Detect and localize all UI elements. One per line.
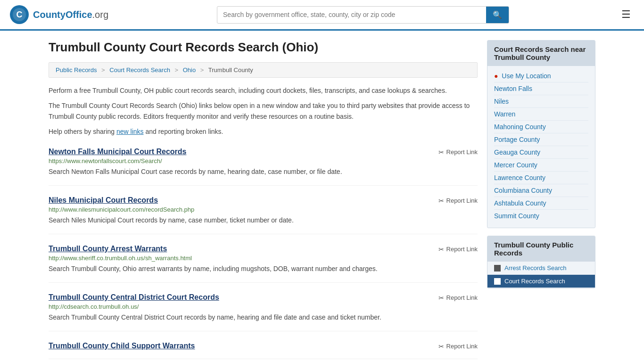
desc-para3-prefix: Help others by sharing: [49, 128, 116, 135]
search-area: 🔍: [217, 6, 509, 24]
report-label: Report Link: [446, 246, 478, 253]
report-label: Report Link: [446, 343, 478, 350]
page-title: Trumbull County Court Records Search (Oh…: [49, 40, 478, 55]
record-entry: Niles Municipal Court Records ✂ Report L…: [49, 196, 478, 234]
record-desc-0: Search Newton Falls Municipal Court case…: [49, 167, 478, 177]
report-label: Report Link: [446, 197, 478, 204]
record-title-4[interactable]: Trumbull County Child Support Warrants: [49, 342, 195, 350]
record-url-2[interactable]: http://www.sheriff.co.trumbull.oh.us/sh_…: [49, 255, 478, 262]
scissors-icon: ✂: [438, 343, 444, 350]
record-url-0[interactable]: https://www.newtonfallscourt.com/Search/: [49, 157, 478, 165]
breadcrumb-ohio[interactable]: Ohio: [183, 66, 196, 74]
breadcrumb-public-records[interactable]: Public Records: [56, 66, 97, 74]
record-desc-2: Search Trumbull County, Ohio arrest warr…: [49, 264, 478, 274]
nearby-link-4[interactable]: Portage County: [494, 133, 588, 146]
menu-button[interactable]: ☰: [618, 7, 635, 23]
logo-icon: C: [9, 5, 29, 25]
record-desc-1: Search Niles Municipal Court records by …: [49, 215, 478, 225]
report-link-3[interactable]: ✂ Report Link: [438, 294, 478, 302]
record-title-row: Trumbull County Central District Court R…: [49, 293, 478, 302]
use-my-location[interactable]: ● Use My Location: [494, 70, 588, 82]
record-title-3[interactable]: Trumbull County Central District Court R…: [49, 293, 219, 302]
public-item-0[interactable]: Arrest Records Search: [487, 262, 595, 275]
public-item-icon-1: [494, 278, 501, 285]
scissors-icon: ✂: [438, 148, 444, 156]
site-header: C CountyOffice.org 🔍 ☰: [0, 0, 644, 31]
description-para1: Perform a free Trumbull County, OH publi…: [49, 85, 478, 96]
nearby-link-1[interactable]: Niles: [494, 95, 588, 108]
record-title-row: Trumbull County Child Support Warrants ✂…: [49, 342, 478, 350]
nearby-link-8[interactable]: Columbiana County: [494, 184, 588, 197]
record-title-row: Niles Municipal Court Records ✂ Report L…: [49, 196, 478, 205]
nearby-link-9[interactable]: Ashtabula County: [494, 197, 588, 210]
nearby-content: ● Use My Location Newton FallsNilesWarre…: [487, 66, 595, 228]
scissors-icon: ✂: [438, 246, 444, 253]
record-title-2[interactable]: Trumbull County Arrest Warrants: [49, 245, 167, 253]
desc-para3-suffix: and reporting broken links.: [144, 128, 223, 135]
nearby-links: Newton FallsNilesWarrenMahoning CountyPo…: [494, 82, 588, 222]
public-item-1[interactable]: Court Records Search: [487, 275, 595, 288]
record-entry: Trumbull County Child Support Warrants ✂…: [49, 342, 478, 359]
record-entry: Newton Falls Municipal Court Records ✂ R…: [49, 148, 478, 186]
record-title-1[interactable]: Niles Municipal Court Records: [49, 196, 158, 205]
report-link-2[interactable]: ✂ Report Link: [438, 246, 478, 253]
logo-text: CountyOffice.org: [33, 9, 108, 20]
nearby-link-2[interactable]: Warren: [494, 108, 588, 121]
report-label: Report Link: [446, 148, 478, 156]
nearby-link-0[interactable]: Newton Falls: [494, 82, 588, 95]
use-my-location-label: Use My Location: [502, 72, 551, 80]
description-para2: The Trumbull County Court Records Search…: [49, 100, 478, 122]
nearby-link-10[interactable]: Summit County: [494, 210, 588, 222]
breadcrumb: Public Records > Court Records Search > …: [49, 62, 478, 78]
record-title-row: Trumbull County Arrest Warrants ✂ Report…: [49, 245, 478, 253]
record-desc-3: Search Trumbull County Central District …: [49, 313, 478, 322]
public-item-label-0: Arrest Records Search: [504, 264, 567, 272]
nearby-title: Court Records Search near Trumbull Count…: [487, 41, 595, 66]
nearby-box: Court Records Search near Trumbull Count…: [487, 40, 595, 228]
svg-rect-3: [494, 265, 501, 272]
public-items: Arrest Records Search Court Records Sear…: [487, 262, 595, 288]
sidebar: Court Records Search near Trumbull Count…: [487, 40, 595, 359]
public-records-box: Trumbull County Public Records Arrest Re…: [487, 236, 595, 288]
nearby-link-7[interactable]: Lawrence County: [494, 172, 588, 184]
main-container: Trumbull County Court Records Search (Oh…: [39, 31, 605, 362]
nearby-link-6[interactable]: Mercer County: [494, 159, 588, 172]
search-input[interactable]: [217, 7, 486, 22]
scissors-icon: ✂: [438, 197, 444, 205]
description-para3: Help others by sharing new links and rep…: [49, 126, 478, 137]
record-url-1[interactable]: http://www.nilesmunicipalcourt.com/recor…: [49, 206, 478, 213]
svg-rect-4: [494, 278, 501, 285]
public-item-label-1: Court Records Search: [504, 278, 565, 285]
breadcrumb-sep-3: >: [200, 66, 204, 74]
record-title-0[interactable]: Newton Falls Municipal Court Records: [49, 148, 186, 156]
logo-area: C CountyOffice.org: [9, 5, 108, 25]
record-entry: Trumbull County Central District Court R…: [49, 293, 478, 331]
svg-text:C: C: [17, 10, 23, 19]
breadcrumb-sep-1: >: [101, 66, 105, 74]
report-link-1[interactable]: ✂ Report Link: [438, 197, 478, 205]
nearby-link-3[interactable]: Mahoning County: [494, 121, 588, 133]
breadcrumb-current: Trumbull County: [208, 66, 253, 74]
record-entry: Trumbull County Arrest Warrants ✂ Report…: [49, 245, 478, 283]
search-button[interactable]: 🔍: [486, 7, 509, 23]
public-item-icon-0: [494, 265, 501, 272]
breadcrumb-court-records[interactable]: Court Records Search: [109, 66, 170, 74]
report-label: Report Link: [446, 294, 478, 301]
content-area: Trumbull County Court Records Search (Oh…: [49, 40, 478, 359]
nearby-link-5[interactable]: Geauga County: [494, 146, 588, 159]
records-container: Newton Falls Municipal Court Records ✂ R…: [49, 148, 478, 359]
record-url-3[interactable]: http://cdsearch.co.trumbull.oh.us/: [49, 303, 478, 310]
location-icon: ●: [494, 72, 498, 80]
report-link-0[interactable]: ✂ Report Link: [438, 148, 478, 156]
new-links-link[interactable]: new links: [116, 128, 144, 135]
report-link-4[interactable]: ✂ Report Link: [438, 343, 478, 350]
scissors-icon: ✂: [438, 294, 444, 302]
public-records-title: Trumbull County Public Records: [487, 236, 595, 262]
breadcrumb-sep-2: >: [175, 66, 179, 74]
record-title-row: Newton Falls Municipal Court Records ✂ R…: [49, 148, 478, 156]
